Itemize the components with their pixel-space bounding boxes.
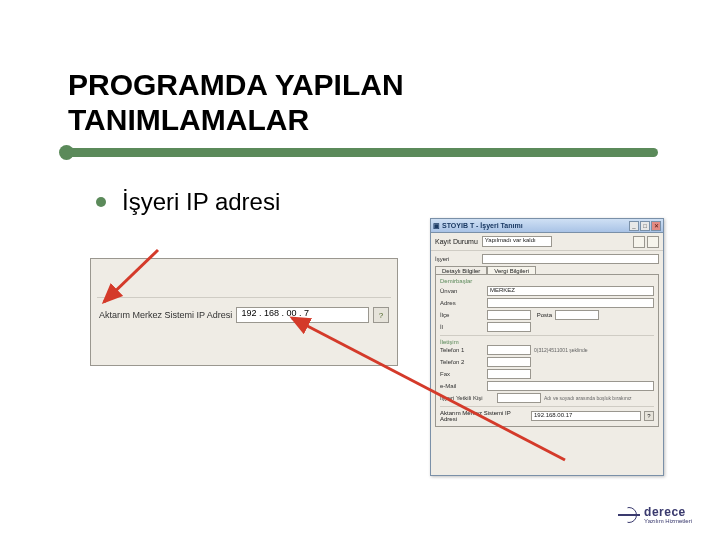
tab-detail[interactable]: Detaylı Bilgiler bbox=[435, 266, 487, 274]
save-icon[interactable] bbox=[633, 236, 645, 248]
posta-input[interactable] bbox=[555, 310, 599, 320]
tel1-hint: 0(312)4511001 şeklinde bbox=[534, 347, 588, 353]
ip-zoom-panel: Aktarım Merkez Sistemi IP Adresi 192 . 1… bbox=[90, 258, 398, 366]
group-title: Demirbaşlar bbox=[440, 278, 654, 284]
tel2-input[interactable] bbox=[487, 357, 531, 367]
isyeri-dialog: ▣ STOYIB T - İşyeri Tanımı _ □ ✕ Kayıt D… bbox=[430, 218, 664, 476]
isyeri-label: İşyeri bbox=[435, 256, 479, 262]
bullet-text: İşyeri IP adresi bbox=[122, 188, 280, 216]
tab-tax[interactable]: Vergi Bilgileri bbox=[487, 266, 536, 274]
derece-logo: derece Yazılım Hizmetleri bbox=[618, 504, 692, 526]
fax-label: Fax bbox=[440, 371, 484, 377]
exit-icon[interactable] bbox=[647, 236, 659, 248]
tel1-label: Telefon 1 bbox=[440, 347, 484, 353]
minimize-button[interactable]: _ bbox=[629, 221, 639, 231]
app-icon: ▣ bbox=[433, 222, 440, 230]
ilce-label: İlçe bbox=[440, 312, 484, 318]
il-label: İl bbox=[440, 324, 484, 330]
title-underline bbox=[68, 148, 658, 157]
logo-name: derece bbox=[644, 506, 692, 518]
title-line-1: PROGRAMDA YAPILAN bbox=[68, 68, 404, 101]
dialog-title: STOYIB T - İşyeri Tanımı bbox=[442, 222, 523, 229]
tel1-input[interactable] bbox=[487, 345, 531, 355]
dialog-ip-help-button[interactable]: ? bbox=[644, 411, 654, 421]
dialog-titlebar[interactable]: ▣ STOYIB T - İşyeri Tanımı _ □ ✕ bbox=[431, 219, 663, 233]
email-label: e-Mail bbox=[440, 383, 484, 389]
resp-input[interactable] bbox=[497, 393, 541, 403]
slide-title: PROGRAMDA YAPILAN TANIMLAMALAR bbox=[68, 68, 404, 137]
record-status-value[interactable]: Yapılmadı var kaldı bbox=[482, 236, 552, 247]
il-input[interactable] bbox=[487, 322, 531, 332]
unvan-label: Ünvan bbox=[440, 288, 484, 294]
record-status-label: Kayıt Durumu bbox=[435, 238, 478, 245]
resp-label: İşyeri Yetkili Kişi bbox=[440, 395, 494, 401]
section-divider bbox=[440, 335, 654, 336]
unvan-input[interactable]: MERKEZ bbox=[487, 286, 654, 296]
dialog-toolbar: Kayıt Durumu Yapılmadı var kaldı bbox=[431, 233, 663, 251]
dialog-ip-label: Aktarım Merkez Sistemi IP Adresi bbox=[440, 410, 528, 422]
adres-input[interactable] bbox=[487, 298, 654, 308]
ilce-input[interactable] bbox=[487, 310, 531, 320]
email-input[interactable] bbox=[487, 381, 654, 391]
adres-label: Adres bbox=[440, 300, 484, 306]
ip-field-input[interactable]: 192 . 168 . 00 . 7 bbox=[236, 307, 369, 323]
ip-field-label: Aktarım Merkez Sistemi IP Adresi bbox=[99, 310, 232, 320]
maximize-button[interactable]: □ bbox=[640, 221, 650, 231]
dialog-ip-input[interactable]: 192.168.00.17 bbox=[531, 411, 641, 421]
bullet-item: İşyeri IP adresi bbox=[96, 188, 280, 216]
section-divider-2 bbox=[440, 406, 654, 407]
tab-page: Demirbaşlar Ünvan MERKEZ Adres İlçe Post… bbox=[435, 274, 659, 427]
bullet-icon bbox=[96, 197, 106, 207]
fax-input[interactable] bbox=[487, 369, 531, 379]
ip-help-button[interactable]: ? bbox=[373, 307, 389, 323]
tel2-label: Telefon 2 bbox=[440, 359, 484, 365]
resp-hint: Adı ve soyadı arasında boşluk bırakınız bbox=[544, 395, 632, 401]
posta-label: Posta bbox=[534, 312, 552, 318]
title-line-2: TANIMLAMALAR bbox=[68, 103, 309, 136]
logo-mark-icon bbox=[618, 504, 640, 526]
isyeri-input[interactable] bbox=[482, 254, 659, 264]
logo-sub: Yazılım Hizmetleri bbox=[644, 518, 692, 524]
close-button[interactable]: ✕ bbox=[651, 221, 661, 231]
